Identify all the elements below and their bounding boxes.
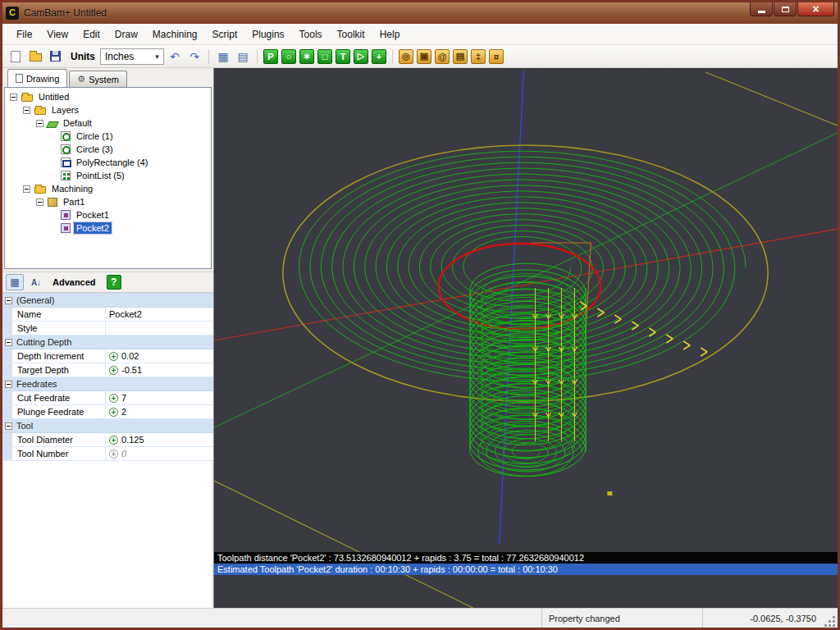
tree-item-pocket2[interactable]: Pocket2 — [5, 221, 211, 235]
tree-item-polyrectangle-4[interactable]: PolyRectangle (4) — [5, 156, 211, 169]
status-message: Property changed — [542, 609, 703, 628]
save-button[interactable] — [46, 48, 64, 66]
collapse-icon[interactable] — [36, 120, 43, 127]
property-row-cut-feedrate[interactable]: Cut Feedrate 7 — [2, 391, 213, 405]
cut-feedrate-value[interactable]: 7 — [121, 393, 126, 403]
tab-drawing[interactable]: Drawing — [7, 69, 67, 87]
undo-button[interactable]: ↶ — [166, 48, 184, 66]
collapse-icon[interactable] — [36, 199, 43, 206]
collapse-icon[interactable] — [5, 339, 12, 346]
tab-system[interactable]: ⚙ System — [69, 71, 127, 87]
maximize-button[interactable] — [774, 2, 797, 16]
toolpath-duration-line-selected[interactable]: Estimated Toolpath 'Pocket2' duration : … — [214, 564, 838, 575]
simulation-button[interactable]: @ — [435, 49, 450, 64]
post-process-icon: ‡ — [476, 52, 481, 62]
row-gutter — [2, 447, 12, 460]
toolpath-canvas[interactable] — [214, 68, 838, 608]
tree-item-part1[interactable]: Part1 — [5, 195, 211, 208]
plus-circle-icon — [109, 366, 118, 375]
tree-item-default-layer[interactable]: Default — [5, 116, 211, 130]
menu-draw[interactable]: Draw — [107, 26, 145, 43]
toolpath-distance-line[interactable]: Toolpath distance 'Pocket2' : 73.5132680… — [214, 552, 838, 564]
property-row-style[interactable]: Style — [2, 322, 213, 336]
menu-script[interactable]: Script — [205, 26, 245, 43]
property-row-depth-increment[interactable]: Depth Increment 0.02 — [2, 349, 213, 363]
folder-icon — [34, 107, 46, 115]
advanced-toggle[interactable]: Advanced — [48, 277, 100, 287]
tree-item-untitled[interactable]: Untitled — [5, 90, 211, 103]
3d-viewport[interactable]: Toolpath distance 'Pocket2' : 73.5132680… — [213, 68, 838, 608]
tree-item-pocket1[interactable]: Pocket1 — [5, 208, 211, 221]
collapse-icon[interactable] — [23, 107, 30, 114]
property-toolbar: ▦ A↓ Advanced ? — [2, 272, 213, 293]
profile-op-button[interactable]: P — [263, 49, 278, 64]
help-button[interactable]: ? — [107, 275, 121, 290]
text-op-button[interactable]: T — [336, 49, 350, 64]
main-toolbar: Units Inches ▾ ↶ ↷ ▦ ▤ P ○ ∗ □ T ▷ + ◎ ▣… — [2, 45, 838, 68]
category-feedrates[interactable]: Feedrates — [2, 377, 213, 391]
category-cutting-depth[interactable]: Cutting Depth — [2, 336, 213, 349]
menu-toolkit[interactable]: Toolkit — [330, 26, 372, 43]
tab-drawing-label: Drawing — [26, 74, 59, 84]
style-value[interactable] — [106, 322, 213, 335]
tree-item-circle-1[interactable]: Circle (1) — [5, 130, 211, 143]
menu-help[interactable]: Help — [372, 26, 408, 43]
stock-button[interactable]: ◎ — [399, 49, 413, 64]
generate-toolpaths-button[interactable]: + — [372, 49, 386, 64]
drill-op-button[interactable]: ∗ — [299, 49, 314, 64]
open-file-button[interactable] — [26, 48, 44, 66]
plus-circle-icon — [109, 394, 118, 403]
save-disk-icon — [50, 51, 61, 62]
property-row-target-depth[interactable]: Target Depth -0.51 — [2, 363, 213, 377]
gcode-button[interactable]: ▤ — [453, 49, 468, 64]
target-depth-value[interactable]: -0.51 — [121, 365, 142, 375]
toolkit-button[interactable]: ¤ — [489, 49, 504, 64]
menu-machining[interactable]: Machining — [145, 26, 205, 43]
menu-tools[interactable]: Tools — [292, 26, 330, 43]
property-row-tool-diameter[interactable]: Tool Diameter 0.125 — [2, 433, 213, 447]
tool-diameter-value[interactable]: 0.125 — [121, 435, 144, 445]
name-value[interactable]: Pocket2 — [106, 308, 213, 321]
collapse-icon[interactable] — [10, 94, 17, 101]
categorized-view-button[interactable]: ▦ — [6, 274, 24, 290]
grid-toggle-button[interactable]: ▦ — [214, 48, 232, 66]
minimize-button[interactable] — [750, 2, 773, 16]
collapse-icon[interactable] — [5, 381, 12, 388]
redo-button[interactable]: ↷ — [185, 48, 203, 66]
row-gutter — [2, 349, 12, 363]
part-icon — [48, 198, 57, 207]
pocket-op-button[interactable]: ○ — [281, 49, 296, 64]
snap-grid-button[interactable]: ▤ — [234, 48, 252, 66]
resize-grip[interactable] — [826, 609, 838, 628]
az-sort-icon: A↓ — [31, 278, 41, 287]
menu-edit[interactable]: Edit — [75, 26, 107, 43]
category-general[interactable]: (General) — [2, 294, 213, 308]
property-row-name[interactable]: Name Pocket2 — [2, 308, 213, 322]
collapse-icon[interactable] — [23, 185, 30, 193]
post-process-button[interactable]: ‡ — [471, 49, 486, 64]
category-tool[interactable]: Tool — [2, 419, 213, 433]
property-row-plunge-feedrate[interactable]: Plunge Feedrate 2 — [2, 405, 213, 419]
tree-item-pointlist-5[interactable]: PointList (5) — [5, 169, 211, 182]
alphabetical-sort-button[interactable]: A↓ — [27, 274, 45, 290]
menu-file[interactable]: File — [9, 26, 39, 43]
menu-plugins[interactable]: Plugins — [244, 26, 291, 43]
depth-increment-value[interactable]: 0.02 — [121, 351, 139, 361]
machining-options-button[interactable]: ▣ — [417, 49, 431, 64]
tree-item-layers[interactable]: Layers — [5, 103, 211, 116]
menu-view[interactable]: View — [39, 26, 75, 43]
tree-item-machining[interactable]: Machining — [5, 182, 211, 195]
property-row-tool-number[interactable]: Tool Number 0 — [2, 447, 213, 461]
tool-number-value[interactable]: 0 — [121, 449, 126, 459]
collapse-icon[interactable] — [5, 422, 12, 430]
plunge-feedrate-value[interactable]: 2 — [121, 407, 126, 417]
tree-item-circle-3[interactable]: Circle (3) — [5, 143, 211, 156]
dropdown-arrow-icon: ▾ — [151, 52, 163, 61]
caption-buttons: × — [749, 2, 834, 16]
collapse-icon[interactable] — [5, 297, 12, 304]
3dprofile-op-button[interactable]: ▷ — [354, 49, 368, 64]
new-file-button[interactable] — [7, 48, 25, 66]
close-button[interactable]: × — [797, 2, 834, 16]
units-dropdown[interactable]: Inches ▾ — [100, 48, 164, 65]
engrave-op-button[interactable]: □ — [317, 49, 332, 64]
